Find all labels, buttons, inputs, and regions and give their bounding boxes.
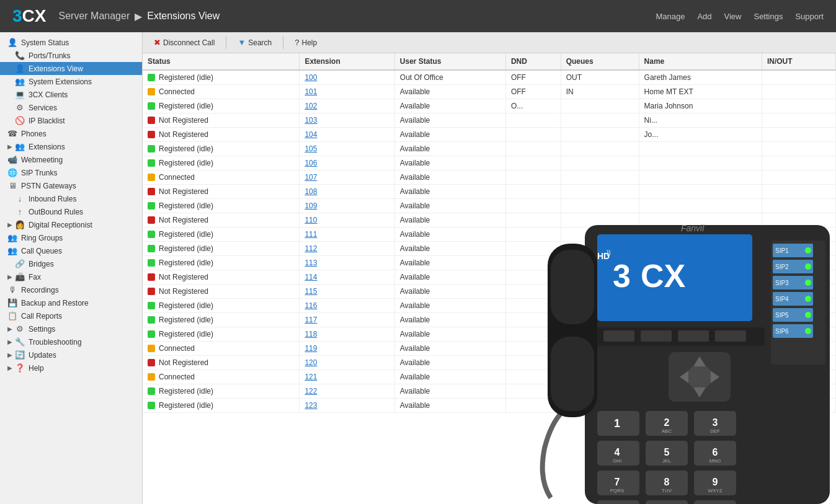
sidebar-item-digital-receptionist[interactable]: ▶👩Digital Receptionist: [0, 218, 142, 231]
cell-extension-12[interactable]: 112: [300, 242, 394, 256]
table-row[interactable]: Registered (idle)106Available: [143, 156, 836, 170]
cell-queues-12: [561, 242, 639, 256]
sidebar-item-backup-restore[interactable]: 💾Backup and Restore: [0, 296, 142, 309]
sidebar-item-bridges[interactable]: 🔗Bridges: [0, 257, 142, 270]
sidebar-label-ring-groups: Ring Groups: [21, 234, 63, 242]
table-row[interactable]: Registered (idle)111Available: [143, 228, 836, 242]
cell-extension-17[interactable]: 117: [300, 313, 394, 327]
table-row[interactable]: Registered (idle)109Available: [143, 199, 836, 213]
sidebar-item-outbound-rules[interactable]: ↑OutBound Rules: [0, 205, 142, 218]
table-row[interactable]: Not Registered103AvailableNi...: [143, 113, 836, 128]
table-row[interactable]: Registered (idle)100Out Of OfficeOFFOUTG…: [143, 70, 836, 85]
table-row[interactable]: Connected107Available: [143, 170, 836, 185]
cell-extension-15[interactable]: 115: [300, 285, 394, 299]
sidebar-item-webmeeting[interactable]: 📹Webmeeting: [0, 153, 142, 166]
nav-settings[interactable]: Settings: [754, 12, 783, 21]
help-button[interactable]: ? Help: [288, 36, 323, 49]
nav-support[interactable]: Support: [795, 12, 824, 21]
table-row[interactable]: Not Registered114Available: [143, 270, 836, 285]
cell-extension-4[interactable]: 104: [300, 128, 394, 142]
disconnect-call-button[interactable]: ✖ Disconnect Call: [148, 36, 221, 49]
nav-view[interactable]: View: [724, 12, 742, 21]
cell-queues-1: IN: [561, 85, 639, 99]
sidebar-item-troubleshooting[interactable]: ▶🔧Troubleshooting: [0, 335, 142, 348]
sidebar-item-recordings[interactable]: 🎙Recordings: [0, 283, 142, 296]
sidebar-item-call-reports[interactable]: 📋Call Reports: [0, 309, 142, 322]
sidebar-item-updates[interactable]: ▶🔄Updates: [0, 348, 142, 361]
sidebar-item-extensions-view[interactable]: 👤Extensions View: [0, 62, 142, 75]
cell-queues-2: [561, 99, 639, 113]
table-row[interactable]: Registered (idle)123Available: [143, 399, 836, 413]
cell-extension-6[interactable]: 106: [300, 156, 394, 170]
table-row[interactable]: Not Registered115Available: [143, 285, 836, 299]
table-row[interactable]: Not Registered120Available: [143, 356, 836, 370]
top-nav-links: Manage Add View Settings Support: [656, 12, 824, 21]
cell-userstatus-16: Available: [394, 299, 505, 313]
sidebar-item-extensions[interactable]: ▶👥Extensions: [0, 140, 142, 153]
cell-extension-8[interactable]: 108: [300, 185, 394, 199]
expand-arrow-help: ▶: [7, 365, 12, 371]
table-row[interactable]: Connected121Available: [143, 370, 836, 384]
search-button[interactable]: ▼ Search: [231, 36, 278, 49]
cell-queues-16: [561, 299, 639, 313]
cell-extension-14[interactable]: 114: [300, 270, 394, 285]
sidebar-item-sip-trunks[interactable]: 🌐SIP Trunks: [0, 166, 142, 179]
cell-extension-16[interactable]: 116: [300, 299, 394, 313]
sidebar-label-help: Help: [29, 364, 44, 373]
nav-add[interactable]: Add: [697, 12, 711, 21]
cell-extension-9[interactable]: 109: [300, 199, 394, 213]
sidebar-item-call-queues[interactable]: 👥Call Queues: [0, 244, 142, 257]
sidebar-item-ip-blacklist[interactable]: 🚫IP Blacklist: [0, 114, 142, 127]
table-row[interactable]: Registered (idle)105Available: [143, 142, 836, 156]
breadcrumb-server[interactable]: Server Manager: [58, 11, 130, 22]
cell-inout-12: [762, 242, 835, 256]
sidebar-item-3cx-clients[interactable]: 💻3CX Clients: [0, 88, 142, 101]
table-row[interactable]: Registered (idle)102AvailableO...Maria J…: [143, 99, 836, 113]
cell-extension-20[interactable]: 120: [300, 356, 394, 370]
cell-extension-5[interactable]: 105: [300, 142, 394, 156]
sidebar-item-system-extensions[interactable]: 👥System Extensions: [0, 75, 142, 88]
sidebar-label-extensions-view: Extensions View: [29, 64, 83, 73]
cell-extension-1[interactable]: 101: [300, 85, 394, 99]
cell-extension-10[interactable]: 110: [300, 213, 394, 228]
cell-extension-3[interactable]: 103: [300, 113, 394, 128]
table-row[interactable]: Not Registered104AvailableJo...: [143, 128, 836, 142]
table-row[interactable]: Registered (idle)117Available: [143, 313, 836, 327]
sidebar-item-settings[interactable]: ▶⚙Settings: [0, 322, 142, 335]
table-row[interactable]: Not Registered108Available: [143, 185, 836, 199]
table-row[interactable]: Connected101AvailableOFFINHome MT EXT: [143, 85, 836, 99]
sidebar-item-phones[interactable]: ☎Phones: [0, 127, 142, 140]
cell-status-19: Connected: [143, 342, 300, 356]
cell-extension-23[interactable]: 123: [300, 399, 394, 413]
cell-extension-11[interactable]: 111: [300, 228, 394, 242]
col-inout: IN/OUT: [762, 53, 835, 70]
sidebar-item-services[interactable]: ⚙Services: [0, 101, 142, 114]
sidebar-item-fax[interactable]: ▶📠Fax: [0, 270, 142, 283]
cell-extension-7[interactable]: 107: [300, 170, 394, 185]
sidebar-item-ring-groups[interactable]: 👥Ring Groups: [0, 231, 142, 244]
sidebar-icon-settings: ⚙: [15, 324, 25, 334]
sidebar-item-help[interactable]: ▶❓Help: [0, 361, 142, 374]
cell-extension-0[interactable]: 100: [300, 70, 394, 85]
cell-extension-2[interactable]: 102: [300, 99, 394, 113]
sidebar-item-ports-trunks[interactable]: 📞Ports/Trunks: [0, 49, 142, 62]
sidebar-item-pstn-gateways[interactable]: 🖥PSTN Gateways: [0, 179, 142, 192]
table-row[interactable]: Not Registered110Available: [143, 213, 836, 228]
table-row[interactable]: Registered (idle)122Available: [143, 384, 836, 399]
nav-manage[interactable]: Manage: [656, 12, 685, 21]
cell-extension-18[interactable]: 118: [300, 327, 394, 342]
cell-extension-21[interactable]: 121: [300, 370, 394, 384]
sidebar-item-inbound-rules[interactable]: ↓Inbound Rules: [0, 192, 142, 205]
table-row[interactable]: Connected119Available: [143, 342, 836, 356]
table-row[interactable]: Registered (idle)112Available: [143, 242, 836, 256]
cell-extension-13[interactable]: 113: [300, 256, 394, 270]
sidebar-label-ip-blacklist: IP Blacklist: [29, 117, 64, 125]
cell-status-15: Not Registered: [143, 285, 300, 299]
table-row[interactable]: Registered (idle)118Available: [143, 327, 836, 342]
cell-extension-22[interactable]: 122: [300, 384, 394, 399]
table-row[interactable]: Registered (idle)116Available: [143, 299, 836, 313]
sidebar-item-system-status[interactable]: 👤System Status: [0, 36, 142, 49]
table-row[interactable]: Registered (idle)113Available: [143, 256, 836, 270]
breadcrumb: Server Manager ▶ Extensions View: [58, 11, 220, 22]
cell-extension-19[interactable]: 119: [300, 342, 394, 356]
